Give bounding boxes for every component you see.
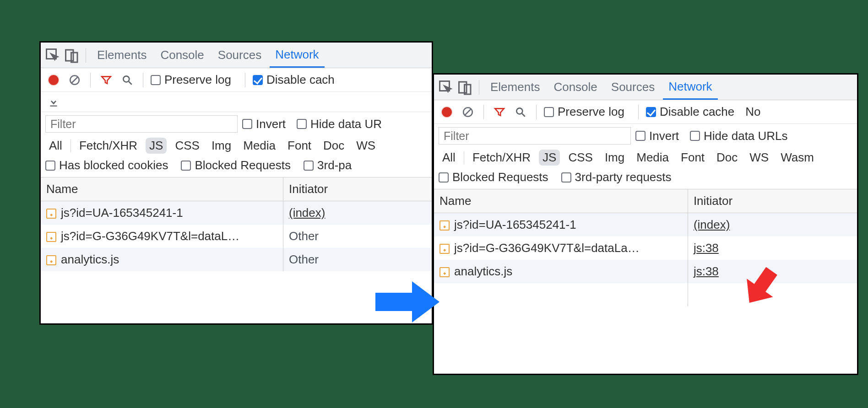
red-arrow-annotation (738, 265, 789, 316)
chip-img[interactable]: Img (208, 138, 235, 154)
disable-cache-label: Disable cache (660, 105, 734, 119)
record-button[interactable] (45, 72, 62, 88)
tab-network[interactable]: Network (663, 75, 717, 100)
hide-data-urls-option[interactable]: Hide data UR (297, 117, 382, 131)
col-name-header[interactable]: Name (434, 189, 688, 213)
blocked-requests-label: Blocked Requests (452, 170, 548, 184)
third-party-label: 3rd-pa (317, 158, 352, 172)
chip-doc[interactable]: Doc (713, 150, 741, 166)
preserve-log-label: Preserve log (558, 105, 624, 119)
chip-fetch-xhr[interactable]: Fetch/XHR (469, 150, 534, 166)
record-button[interactable] (439, 104, 455, 120)
js-file-icon: ⬥ (439, 244, 450, 254)
has-blocked-cookies-option[interactable]: Has blocked cookies (45, 158, 168, 172)
separator (86, 48, 86, 63)
preserve-log-option[interactable]: Preserve log (151, 73, 231, 87)
device-toggle-icon[interactable] (64, 47, 80, 64)
disable-cache-option[interactable]: Disable cache (646, 105, 734, 119)
invert-option[interactable]: Invert (635, 129, 679, 143)
separator (638, 105, 639, 119)
tab-network[interactable]: Network (270, 43, 324, 68)
chip-font[interactable]: Font (677, 150, 708, 166)
tab-elements[interactable]: Elements (485, 75, 545, 100)
filter-icon[interactable] (491, 104, 508, 120)
hide-data-urls-option[interactable]: Hide data URLs (690, 129, 788, 143)
chip-wasm[interactable]: Wasm (777, 150, 818, 166)
chip-css[interactable]: CSS (171, 138, 203, 154)
blocked-requests-option[interactable]: Blocked Requests (439, 170, 548, 184)
device-toggle-icon[interactable] (457, 79, 473, 96)
search-icon[interactable] (119, 72, 136, 88)
col-name-header[interactable]: Name (41, 177, 283, 201)
col-initiator-header[interactable]: Initiator (688, 189, 857, 213)
inspect-icon[interactable] (44, 47, 61, 64)
col-initiator-header[interactable]: Initiator (283, 177, 432, 201)
network-toolbar: Preserve log Disable cach (41, 68, 432, 92)
request-name[interactable]: ⬥js?id=G-G36G49KV7T&l=dataL… (41, 225, 283, 248)
chip-img[interactable]: Img (601, 150, 628, 166)
download-row (41, 92, 432, 112)
download-icon[interactable] (45, 94, 62, 110)
blocked-requests-label: Blocked Requests (195, 158, 291, 172)
tab-sources[interactable]: Sources (606, 75, 660, 100)
chip-all[interactable]: All (45, 138, 66, 154)
invert-label: Invert (649, 129, 679, 143)
clear-icon[interactable] (66, 72, 83, 88)
separator (90, 73, 91, 87)
chip-media[interactable]: Media (239, 138, 279, 154)
request-initiator[interactable]: js:38 (688, 236, 857, 260)
chip-js[interactable]: JS (146, 138, 167, 154)
request-initiator[interactable]: (index) (283, 201, 432, 225)
tab-console[interactable]: Console (548, 75, 602, 100)
preserve-log-option[interactable]: Preserve log (544, 105, 624, 119)
svg-line-13 (522, 113, 525, 117)
request-name[interactable]: ⬥analytics.js (434, 260, 688, 283)
extra-filters: Has blocked cookies Blocked Requests 3rd… (41, 156, 432, 177)
chip-doc[interactable]: Doc (320, 138, 348, 154)
separator (464, 151, 464, 164)
chip-all[interactable]: All (439, 150, 459, 166)
chip-media[interactable]: Media (633, 150, 673, 166)
request-initiator[interactable]: Other (283, 248, 432, 271)
separator (143, 73, 143, 87)
tab-elements[interactable]: Elements (92, 43, 152, 68)
js-file-icon: ⬥ (439, 220, 450, 231)
request-name[interactable]: ⬥js?id=UA-165345241-1 (434, 213, 688, 237)
filter-input[interactable] (439, 127, 631, 145)
truncated-option: No (745, 105, 760, 119)
inspect-icon[interactable] (438, 79, 454, 96)
chip-css[interactable]: CSS (564, 150, 596, 166)
devtools-tabs: Elements Console Sources Network (434, 75, 857, 100)
devtools-panel-after: Elements Console Sources Network Preserv… (433, 73, 858, 375)
third-party-option[interactable]: 3rd-party requests (561, 170, 672, 184)
separator (245, 73, 245, 87)
tab-sources[interactable]: Sources (212, 43, 267, 68)
js-file-icon: ⬥ (46, 232, 56, 242)
blocked-requests-option[interactable]: Blocked Requests (181, 158, 291, 172)
request-name[interactable]: ⬥js?id=UA-165345241-1 (41, 201, 283, 225)
filter-icon[interactable] (98, 72, 114, 88)
request-name[interactable]: ⬥analytics.js (41, 248, 283, 271)
svg-marker-15 (738, 265, 785, 312)
request-initiator[interactable]: Other (283, 225, 432, 248)
invert-option[interactable]: Invert (242, 117, 286, 131)
disable-cache-option[interactable]: Disable cach (253, 73, 335, 87)
clear-icon[interactable] (460, 104, 476, 120)
svg-point-5 (123, 76, 129, 82)
chip-ws[interactable]: WS (746, 150, 772, 166)
chip-fetch-xhr[interactable]: Fetch/XHR (76, 138, 141, 154)
preserve-log-label: Preserve log (164, 73, 231, 87)
request-initiator[interactable]: (index) (688, 213, 857, 237)
chip-js[interactable]: JS (539, 150, 560, 166)
chip-ws[interactable]: WS (353, 138, 379, 154)
svg-rect-8 (459, 82, 467, 93)
filter-input[interactable] (45, 115, 238, 133)
request-name[interactable]: ⬥js?id=G-G36G49KV7T&l=dataLa… (434, 236, 688, 260)
third-party-option[interactable]: 3rd-pa (304, 158, 352, 172)
chip-font[interactable]: Font (284, 138, 315, 154)
type-filter-chips: All Fetch/XHR JS CSS Img Media Font Doc … (434, 148, 857, 168)
search-icon[interactable] (512, 104, 529, 120)
filter-row: Invert Hide data UR (41, 112, 432, 136)
tab-console[interactable]: Console (155, 43, 209, 68)
network-table: Name Initiator ⬥js?id=UA-165345241-1 (in… (41, 177, 432, 271)
